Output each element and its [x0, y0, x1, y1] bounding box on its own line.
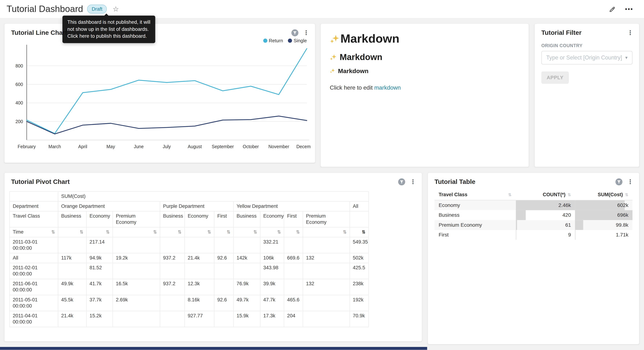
sort-icon[interactable]: ⇅: [178, 229, 182, 235]
tooltip-line: This dashboard is not published, it will: [67, 19, 150, 26]
kebab-menu-icon[interactable]: ⋮: [627, 178, 633, 186]
sort-icon[interactable]: ⇅: [277, 229, 281, 235]
origin-country-select[interactable]: Type or Select [Origin Country] ▾: [541, 51, 632, 64]
pivot-value-cell: 92.6: [214, 253, 234, 263]
svg-text:800: 800: [16, 63, 23, 68]
table-row[interactable]: Premium Economy6199.8k: [434, 220, 632, 230]
results-table[interactable]: Travel Class⇅COUNT(*)⇅SUM(Cost)⇅Economy2…: [434, 190, 632, 240]
pivot-table-container: SUM(Cost)DepartmentOrange DepartmentPurp…: [4, 191, 422, 327]
pivot-sort-cell: ⇅: [303, 227, 350, 237]
pivot-row-header: 2011-02-01 00:00:00: [10, 263, 58, 279]
travel-class-cell: First: [434, 230, 516, 240]
legend-item-single[interactable]: Single: [288, 38, 307, 43]
pivot-row: 2011-02-01 00:00:0081.52343.98425.5: [10, 263, 368, 279]
panel-table: Tutorial Table ⋮ Travel Class⇅COUNT(*)⇅S…: [428, 172, 640, 344]
pivot-class-header: Business: [234, 211, 260, 227]
pivot-value-cell: 15.2k: [86, 311, 113, 327]
pivot-group-header: All: [350, 201, 368, 211]
svg-text:December: December: [296, 144, 311, 149]
svg-text:200: 200: [16, 119, 23, 124]
pivot-value-cell: [234, 263, 260, 279]
apply-button[interactable]: APPLY: [541, 72, 569, 84]
sort-icon[interactable]: ⇅: [106, 229, 110, 235]
pivot-class-header: First: [284, 211, 303, 227]
pivot-value-cell: 21.4k: [58, 311, 86, 327]
table-row[interactable]: Economy2.46k602k: [434, 200, 632, 210]
sort-icon[interactable]: ⇅: [226, 229, 230, 235]
kebab-menu-icon[interactable]: ⋮: [303, 29, 309, 37]
sort-icon[interactable]: ⇅: [80, 229, 84, 235]
kebab-menu-icon[interactable]: ⋮: [410, 178, 416, 186]
partially-visible-element-edge: [0, 347, 427, 350]
table-row[interactable]: Business420696k: [434, 210, 632, 220]
pivot-value-cell: [185, 237, 214, 253]
sort-icon[interactable]: ⇅: [625, 192, 628, 197]
pivot-sort-cell: ⇅: [160, 227, 185, 237]
pivot-value-cell: 12.3k: [185, 279, 214, 295]
pivot-row: 2011-03-01 00:00:00217.14332.21549.35: [10, 237, 368, 253]
sum-cell: 99.8k: [575, 220, 632, 230]
sort-icon[interactable]: ⇅: [508, 192, 512, 197]
sort-icon[interactable]: ⇅: [296, 229, 300, 235]
publish-tooltip[interactable]: This dashboard is not published, it will…: [62, 16, 155, 43]
svg-text:May: May: [106, 144, 115, 149]
col-header-count[interactable]: COUNT(*)⇅: [516, 190, 575, 200]
pivot-value-cell: [185, 263, 214, 279]
markdown-heading-3: Markdown: [330, 67, 520, 74]
pivot-row: 2011-06-01 00:00:0049.9k41.7k16.5k937.21…: [10, 279, 368, 295]
sparkles-icon: [330, 34, 340, 44]
markdown-edit-link[interactable]: markdown: [374, 84, 401, 91]
pivot-group-header: Yellow Department: [234, 201, 350, 211]
markdown-edit-text: Click here to edit: [330, 84, 374, 91]
sort-icon[interactable]: ⇅: [343, 229, 347, 235]
col-header-travel-class[interactable]: Travel Class⇅: [434, 190, 516, 200]
svg-text:July: July: [163, 144, 171, 149]
svg-text:March: March: [48, 144, 61, 149]
filter-indicator-icon[interactable]: [615, 178, 622, 186]
pivot-row: 2011-05-01 00:00:0045.5k37.7k2.69k8.16k9…: [10, 295, 368, 311]
panel-title: Tutorial Line Chart: [11, 29, 67, 37]
pivot-sort-cell: ⇅: [86, 227, 113, 237]
sort-icon[interactable]: ⇅: [51, 229, 55, 235]
pivot-sort-cell: ⇅: [185, 227, 214, 237]
count-cell: 2.46k: [516, 200, 575, 210]
count-cell: 9: [516, 230, 575, 240]
col-header-sum[interactable]: SUM(Cost)⇅: [575, 190, 632, 200]
legend-item-return[interactable]: Return: [263, 38, 283, 43]
pivot-table[interactable]: SUM(Cost)DepartmentOrange DepartmentPurp…: [10, 191, 369, 327]
pivot-class-header: Economy: [260, 211, 284, 227]
favorite-star-icon[interactable]: ☆: [113, 5, 119, 14]
header-left: Tutorial Dashboard Draft ☆: [6, 4, 119, 14]
pivot-sort-cell: ⇅: [260, 227, 284, 237]
pivot-class-header: Economy: [86, 211, 113, 227]
filter-indicator-icon[interactable]: [398, 178, 406, 186]
pivot-sort-cell: ⇅: [113, 227, 160, 237]
caret-down-icon: ▾: [625, 55, 628, 60]
pivot-value-cell: 927.77: [185, 311, 214, 327]
markdown-paragraph: Click here to edit markdown: [330, 84, 520, 91]
kebab-menu-icon[interactable]: ⋮: [627, 29, 633, 37]
sort-icon[interactable]: ⇅: [207, 229, 211, 235]
line-chart[interactable]: 200400600800FebruaryMarchAprilMayJuneJul…: [7, 43, 311, 151]
pivot-value-cell: 8.16k: [185, 295, 214, 311]
svg-text:April: April: [78, 144, 87, 149]
edit-pencil-icon[interactable]: [609, 6, 616, 12]
more-options-icon[interactable]: ⋯: [625, 4, 634, 14]
pivot-value-cell: 192k: [350, 295, 368, 311]
sort-icon[interactable]: ⇅: [568, 192, 571, 197]
pivot-value-cell: 937.2: [160, 253, 185, 263]
svg-text:September: September: [212, 144, 234, 149]
sum-cell: 696k: [575, 210, 632, 220]
sort-icon[interactable]: ⇅: [153, 229, 157, 235]
travel-class-cell: Business: [434, 210, 516, 220]
pivot-value-cell: 19.2k: [113, 253, 160, 263]
draft-badge[interactable]: Draft: [87, 4, 107, 14]
sort-icon[interactable]: ⇅: [253, 229, 257, 235]
table-row[interactable]: First91.71k: [434, 230, 632, 240]
sum-cell: 602k: [575, 200, 632, 210]
pivot-row-header: All: [10, 253, 58, 263]
sort-icon[interactable]: ⇅: [362, 229, 366, 235]
pivot-value-cell: 41.7k: [86, 279, 113, 295]
select-placeholder: Type or Select [Origin Country]: [546, 54, 622, 61]
filter-indicator-icon[interactable]: [291, 29, 298, 37]
